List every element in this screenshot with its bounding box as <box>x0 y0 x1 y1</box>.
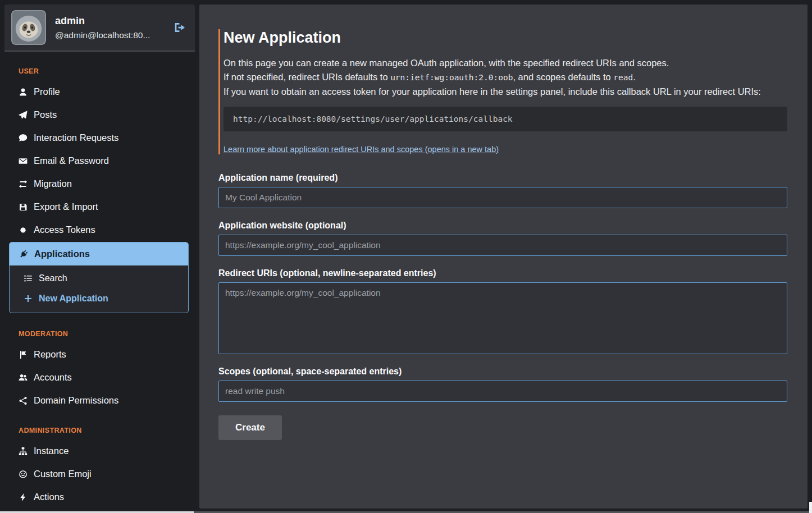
sidebar-item-label: Migration <box>34 178 72 189</box>
plus-icon <box>23 294 33 303</box>
sidebar-item-actions[interactable]: Actions <box>4 485 195 509</box>
vertical-scrollbar-thumb[interactable] <box>809 502 812 513</box>
application-website-label: Application website (optional) <box>218 221 787 231</box>
scopes-label: Scopes (optional, space-separated entrie… <box>218 367 787 377</box>
page-title: New Application <box>223 29 787 47</box>
scopes-input[interactable] <box>218 381 787 402</box>
sidebar: admin @admin@localhost:80... USER Profil… <box>4 4 195 509</box>
comment-icon <box>18 134 28 143</box>
app-root: admin @admin@localhost:80... USER Profil… <box>0 0 812 513</box>
sidebar-item-label: Profile <box>34 86 60 97</box>
sidebar-item-profile[interactable]: Profile <box>4 80 195 103</box>
list-icon <box>23 274 33 283</box>
sidebar-item-migration[interactable]: Migration <box>4 172 195 195</box>
flag-icon <box>18 350 28 359</box>
sidebar-item-accounts[interactable]: Accounts <box>4 366 195 389</box>
user-name: admin <box>55 15 150 27</box>
section-label-administration: ADMINISTRATION <box>19 427 195 434</box>
sidebar-item-export-import[interactable]: Export & Import <box>4 195 195 218</box>
sidebar-item-applications[interactable]: Applications <box>10 242 188 265</box>
learn-more-link[interactable]: Learn more about application redirect UR… <box>223 145 499 154</box>
sidebar-item-label: Applications <box>34 249 90 259</box>
plug-icon <box>19 250 29 259</box>
sidebar-subitem-label: Search <box>39 273 67 283</box>
sidebar-item-interaction-requests[interactable]: Interaction Requests <box>4 126 195 149</box>
sidebar-item-label: Domain Permissions <box>34 395 118 406</box>
intro-line-3: If you want to obtain an access token fo… <box>223 85 787 99</box>
sign-out-icon[interactable] <box>174 21 188 34</box>
intro-line-2-post: . <box>633 72 636 82</box>
create-button[interactable]: Create <box>218 415 282 440</box>
sidebar-item-email-password[interactable]: Email & Password <box>4 149 195 172</box>
sidebar-item-instance[interactable]: Instance <box>4 439 195 462</box>
sidebar-item-label: Email & Password <box>34 155 109 166</box>
sidebar-item-label: Access Tokens <box>34 225 95 235</box>
sidebar-subitem-search[interactable]: Search <box>10 268 188 288</box>
applications-group: Applications Search New Application <box>9 242 189 313</box>
inline-code-read: read <box>613 73 633 82</box>
application-website-group: Application website (optional) <box>218 221 787 256</box>
user-meta: admin @admin@localhost:80... <box>55 15 150 40</box>
new-application-form: Application name (required) Application … <box>218 173 787 440</box>
sitemap-icon <box>18 447 28 456</box>
redirect-uris-textarea[interactable] <box>218 282 787 354</box>
sidebar-item-label: Export & Import <box>34 201 98 212</box>
redirect-uris-group: Redirect URIs (optional, newline-separat… <box>218 268 787 354</box>
section-label-moderation: MODERATION <box>19 330 195 338</box>
smiley-icon <box>18 470 28 479</box>
sidebar-item-domain-permissions[interactable]: Domain Permissions <box>4 389 195 412</box>
sidebar-item-posts[interactable]: Posts <box>4 103 195 126</box>
sidebar-item-label: Custom Emoji <box>34 469 92 479</box>
info-block: New Application On this page you can cre… <box>218 29 787 154</box>
scopes-group: Scopes (optional, space-separated entrie… <box>218 367 787 402</box>
sidebar-subitem-label: New Application <box>39 294 108 304</box>
sidebar-item-label: Accounts <box>34 372 72 383</box>
floppy-disk-icon <box>18 203 28 212</box>
user-card[interactable]: admin @admin@localhost:80... <box>4 4 195 52</box>
user-icon <box>18 88 28 97</box>
application-website-input[interactable] <box>218 235 787 256</box>
bolt-icon <box>18 493 28 502</box>
sidebar-item-label: Instance <box>34 446 69 456</box>
sidebar-item-access-tokens[interactable]: Access Tokens <box>4 218 195 241</box>
intro-line-2-mid: , and scopes defaults to <box>513 72 613 82</box>
sidebar-item-reports[interactable]: Reports <box>4 343 195 366</box>
paper-plane-icon <box>18 111 28 120</box>
sidebar-item-custom-emoji[interactable]: Custom Emoji <box>4 462 195 485</box>
application-name-input[interactable] <box>218 187 787 208</box>
avatar <box>11 10 46 45</box>
intro-line-1: On this page you can create a new manage… <box>223 56 787 70</box>
callback-url: http://localhost:8080/settings/user/appl… <box>223 107 787 131</box>
inline-code-oob: urn:ietf:wg:oauth:2.0:oob <box>390 73 513 82</box>
exchange-icon <box>18 180 28 189</box>
intro-line-2: If not specified, redirect URIs defaults… <box>223 70 787 85</box>
envelope-icon <box>18 157 28 166</box>
sidebar-item-label: Actions <box>34 492 64 502</box>
main-panel: New Application On this page you can cre… <box>199 4 808 509</box>
users-icon <box>18 373 28 382</box>
user-handle: @admin@localhost:80... <box>55 30 150 40</box>
applications-submenu: Search New Application <box>10 265 188 313</box>
intro-line-2-pre: If not specified, redirect URIs defaults… <box>223 72 390 82</box>
application-name-group: Application name (required) <box>218 173 787 208</box>
section-label-user: USER <box>19 67 195 75</box>
redirect-uris-label: Redirect URIs (optional, newline-separat… <box>218 268 787 278</box>
sidebar-item-label: Reports <box>34 349 66 360</box>
sidebar-item-label: Interaction Requests <box>34 132 118 143</box>
sidebar-item-label: Posts <box>34 109 57 120</box>
sidebar-subitem-new-application[interactable]: New Application <box>10 288 188 309</box>
certificate-icon <box>18 226 28 235</box>
application-name-label: Application name (required) <box>218 173 787 183</box>
share-nodes-icon <box>18 396 28 405</box>
